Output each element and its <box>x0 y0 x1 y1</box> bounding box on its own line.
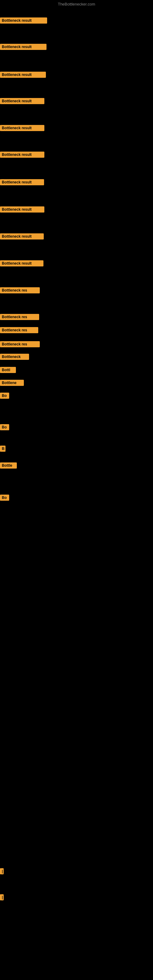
badge-20: B <box>0 445 5 452</box>
badge-15: Bottleneck <box>0 354 29 360</box>
badge-14: Bottleneck res <box>0 341 40 347</box>
badge-2: Bottleneck result <box>0 44 46 50</box>
badge-6: Bottleneck result <box>0 151 45 158</box>
badge-16: Bottl <box>0 367 16 373</box>
badge-1: Bottleneck result <box>0 18 47 24</box>
site-title: TheBottlenecker.com <box>0 2 153 6</box>
badge-12: Bottleneck res <box>0 314 39 320</box>
badge-10: Bottleneck result <box>0 260 43 266</box>
badge-22: Bo <box>0 495 9 501</box>
badge-19: Bo <box>0 424 9 430</box>
badge-23: | <box>0 868 4 874</box>
badge-9: Bottleneck result <box>0 233 44 240</box>
badge-3: Bottleneck result <box>0 72 46 78</box>
badge-18: Bo <box>0 393 9 399</box>
badge-7: Bottleneck result <box>0 179 44 185</box>
badge-21: Bottle <box>0 463 17 469</box>
badge-17: Bottlene <box>0 380 24 386</box>
badge-8: Bottleneck result <box>0 207 45 213</box>
badge-4: Bottleneck result <box>0 98 45 104</box>
badge-24: | <box>0 894 4 900</box>
badge-5: Bottleneck result <box>0 125 45 131</box>
badge-11: Bottleneck res <box>0 287 40 293</box>
badge-13: Bottleneck res <box>0 327 38 333</box>
